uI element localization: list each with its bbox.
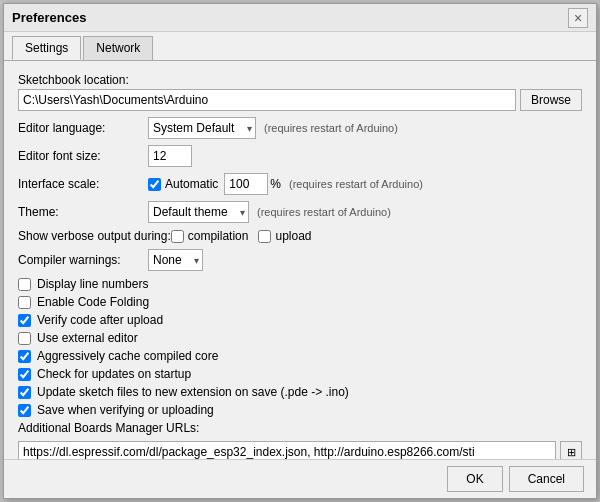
checkbox-row-3: Use external editor xyxy=(18,331,582,345)
dialog-title: Preferences xyxy=(12,10,86,25)
compiler-warnings-select-wrapper: None xyxy=(148,249,203,271)
checkbox-cb2[interactable] xyxy=(18,296,31,309)
checkbox-label-cb6: Check for updates on startup xyxy=(37,367,191,381)
ok-button[interactable]: OK xyxy=(447,466,502,492)
browse-button[interactable]: Browse xyxy=(520,89,582,111)
checkbox-cb3[interactable] xyxy=(18,314,31,327)
verbose-upload-check: upload xyxy=(258,229,311,243)
checkbox-row-0: Display line numbers xyxy=(18,277,582,291)
interface-scale-label: Interface scale: xyxy=(18,177,148,191)
checkbox-label-cb4: Use external editor xyxy=(37,331,138,345)
verbose-upload-label: upload xyxy=(275,229,311,243)
interface-scale-auto-checkbox[interactable] xyxy=(148,178,161,191)
editor-font-size-input[interactable] xyxy=(148,145,192,167)
interface-scale-row: Interface scale: Automatic % (requires r… xyxy=(18,173,582,195)
tab-settings[interactable]: Settings xyxy=(12,36,81,60)
checkbox-row-7: Save when verifying or uploading xyxy=(18,403,582,417)
checkbox-cb5[interactable] xyxy=(18,350,31,363)
interface-scale-note: (requires restart of Arduino) xyxy=(289,178,423,190)
checkbox-cb4[interactable] xyxy=(18,332,31,345)
verbose-compilation-label: compilation xyxy=(188,229,249,243)
verbose-row: Show verbose output during: compilation … xyxy=(18,229,582,243)
interface-scale-auto-label: Automatic xyxy=(165,177,218,191)
verbose-compilation-checkbox[interactable] xyxy=(171,230,184,243)
theme-row: Theme: Default theme (requires restart o… xyxy=(18,201,582,223)
theme-label: Theme: xyxy=(18,205,148,219)
close-button[interactable]: × xyxy=(568,8,588,28)
tabs-container: Settings Network xyxy=(4,32,596,61)
checkbox-label-cb1: Display line numbers xyxy=(37,277,148,291)
theme-select-wrapper: Default theme xyxy=(148,201,249,223)
sketchbook-input[interactable] xyxy=(18,89,516,111)
interface-scale-auto-check: Automatic xyxy=(148,177,218,191)
editor-language-label: Editor language: xyxy=(18,121,148,135)
boards-url-row: ⊞ xyxy=(18,441,582,459)
checkbox-row-2: Verify code after upload xyxy=(18,313,582,327)
checkbox-row-6: Update sketch files to new extension on … xyxy=(18,385,582,399)
sketchbook-input-row: Browse xyxy=(18,89,582,111)
checkboxes-container: Display line numbersEnable Code FoldingV… xyxy=(18,277,582,417)
checkbox-cb7[interactable] xyxy=(18,386,31,399)
sketchbook-row: Sketchbook location: Browse xyxy=(18,73,582,111)
checkbox-cb6[interactable] xyxy=(18,368,31,381)
settings-content: Sketchbook location: Browse Editor langu… xyxy=(4,61,596,459)
checkbox-row-4: Aggressively cache compiled core xyxy=(18,349,582,363)
dialog-footer: OK Cancel xyxy=(4,459,596,498)
theme-select[interactable]: Default theme xyxy=(148,201,249,223)
verbose-label: Show verbose output during: xyxy=(18,229,171,243)
compiler-warnings-select[interactable]: None xyxy=(148,249,203,271)
editor-language-note: (requires restart of Arduino) xyxy=(264,122,398,134)
checkbox-label-cb7: Update sketch files to new extension on … xyxy=(37,385,349,399)
preferences-dialog: Preferences × Settings Network Sketchboo… xyxy=(3,3,597,499)
title-bar: Preferences × xyxy=(4,4,596,32)
editor-language-select[interactable]: System Default xyxy=(148,117,256,139)
cancel-button[interactable]: Cancel xyxy=(509,466,584,492)
editor-language-select-wrapper: System Default xyxy=(148,117,256,139)
checkbox-cb8[interactable] xyxy=(18,404,31,417)
boards-url-label-row: Additional Boards Manager URLs: xyxy=(18,421,582,435)
editor-font-size-row: Editor font size: xyxy=(18,145,582,167)
checkbox-row-1: Enable Code Folding xyxy=(18,295,582,309)
verbose-compilation-check: compilation xyxy=(171,229,249,243)
checkbox-label-cb5: Aggressively cache compiled core xyxy=(37,349,218,363)
sketchbook-label: Sketchbook location: xyxy=(18,73,148,87)
editor-font-size-label: Editor font size: xyxy=(18,149,148,163)
tab-network[interactable]: Network xyxy=(83,36,153,60)
theme-note: (requires restart of Arduino) xyxy=(257,206,391,218)
boards-url-icon-button[interactable]: ⊞ xyxy=(560,441,582,459)
boards-url-label: Additional Boards Manager URLs: xyxy=(18,421,199,435)
boards-url-input[interactable] xyxy=(18,441,556,459)
verbose-upload-checkbox[interactable] xyxy=(258,230,271,243)
checkbox-label-cb3: Verify code after upload xyxy=(37,313,163,327)
interface-scale-percent: % xyxy=(270,177,281,191)
interface-scale-input[interactable] xyxy=(224,173,268,195)
compiler-warnings-row: Compiler warnings: None xyxy=(18,249,582,271)
editor-language-row: Editor language: System Default (require… xyxy=(18,117,582,139)
checkbox-label-cb2: Enable Code Folding xyxy=(37,295,149,309)
checkbox-row-5: Check for updates on startup xyxy=(18,367,582,381)
checkbox-cb1[interactable] xyxy=(18,278,31,291)
checkbox-label-cb8: Save when verifying or uploading xyxy=(37,403,214,417)
compiler-warnings-label: Compiler warnings: xyxy=(18,253,148,267)
